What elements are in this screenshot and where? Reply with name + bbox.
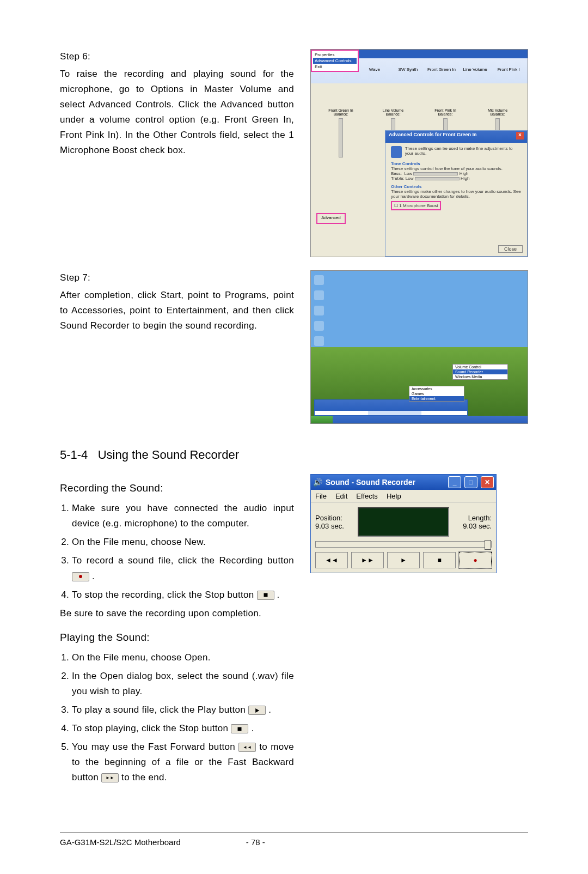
list-item: On the File menu, choose New.: [72, 535, 294, 550]
advanced-button-highlight: Advanced: [316, 213, 346, 224]
record-button: ●: [459, 552, 492, 568]
list-item: To stop the recording, click the Stop bu…: [72, 587, 294, 603]
microphone-boost-checkbox: ☐ 1 Microphone Boost: [391, 201, 441, 210]
list-item: Make sure you have connected the audio i…: [72, 501, 294, 531]
sound-recorder-text: Recording the Sound: Make sure you have …: [60, 472, 294, 788]
screenshot-master-volume: Master Volume Properties Advanced Contro…: [310, 49, 528, 257]
stop-icon: [257, 591, 274, 600]
record-icon: [72, 572, 89, 581]
list-item: To record a sound file, click the Record…: [72, 553, 294, 584]
minimize-icon: _: [448, 476, 461, 488]
fast-forward-icon: [238, 743, 256, 752]
list-item: In the Open dialog box, select the sound…: [72, 669, 294, 699]
sound-recorder-block: Recording the Sound: Make sure you have …: [60, 472, 528, 788]
maximize-icon: □: [464, 476, 477, 488]
playing-list: On the File menu, choose Open. In the Op…: [60, 650, 294, 785]
sound-recorder-window: 🔊 Sound - Sound Recorder _ □ ✕ File Edit…: [310, 474, 497, 573]
sound-recorder-screenshot: 🔊 Sound - Sound Recorder _ □ ✕ File Edit…: [310, 472, 528, 788]
close-icon: ✕: [481, 476, 494, 488]
screenshot-desktop: AccessoriesGamesEntertainment Volume Con…: [310, 270, 528, 424]
close-button: Close: [498, 245, 523, 253]
master-volume-screenshot: Master Volume Properties Advanced Contro…: [310, 49, 528, 270]
sr-buttons: ◄◄ ►► ► ■ ●: [315, 552, 492, 568]
sr-info-row: Position: 9.03 sec. Length: 9.03 sec.: [315, 507, 492, 537]
programs-submenu: AccessoriesGamesEntertainment: [409, 386, 464, 402]
list-item: On the File menu, choose Open.: [72, 650, 294, 665]
mv-options-menu: Properties Advanced Controls Exit: [311, 50, 359, 72]
waveform-display: [358, 507, 449, 537]
step6-body: To raise the recording and playing sound…: [60, 66, 294, 158]
step7-block: Step 7: After completion, click Start, p…: [60, 270, 528, 435]
taskbar: [311, 416, 528, 423]
sr-menubar: File Edit Effects Help: [311, 490, 496, 503]
footer-model: GA-G31M-S2L/S2C Motherboard: [60, 837, 181, 847]
app-icon: 🔊: [313, 478, 322, 487]
rewind-button: ◄◄: [315, 552, 348, 568]
list-item: You may use the Fast Forward button to m…: [72, 739, 294, 785]
stop-button: ■: [423, 552, 456, 568]
advanced-controls-dialog: Advanced Controls for Front Green In× Th…: [385, 130, 528, 257]
play-button: ►: [387, 552, 420, 568]
entertainment-submenu: Volume ControlSound RecorderWindows Medi…: [452, 364, 508, 380]
step7-text: Step 7: After completion, click Start, p…: [60, 270, 294, 435]
recording-note: Be sure to save the recording upon compl…: [60, 606, 294, 621]
footer-page: - 78 -: [246, 837, 265, 847]
step7-label: Step 7:: [60, 270, 294, 286]
forward-button: ►►: [351, 552, 384, 568]
step6-label: Step 6:: [60, 49, 294, 64]
info-icon: [391, 146, 402, 158]
section-heading: 5-1-4 Using the Sound Recorder: [60, 448, 528, 462]
play-icon: [248, 706, 266, 715]
seek-slider: [315, 541, 492, 548]
sr-titlebar: 🔊 Sound - Sound Recorder _ □ ✕: [311, 475, 496, 490]
page-footer: GA-G31M-S2L/S2C Motherboard - 78 -: [60, 833, 528, 847]
start-button: [311, 416, 333, 423]
step6-block: Step 6: To raise the recording and playi…: [60, 49, 528, 270]
start-menu-screenshot: AccessoriesGamesEntertainment Volume Con…: [310, 270, 528, 435]
step6-text: Step 6: To raise the recording and playi…: [60, 49, 294, 270]
list-item: To stop playing, click the Stop button .: [72, 721, 294, 736]
fast-backward-icon: [101, 773, 119, 782]
start-menu: [314, 399, 468, 416]
stop-icon: [231, 724, 248, 733]
desktop-icons: [314, 275, 324, 346]
mv-columns: Wave SW Synth Front Green In Line Volume…: [358, 67, 525, 72]
recording-heading: Recording the Sound:: [60, 480, 294, 496]
playing-heading: Playing the Sound:: [60, 629, 294, 646]
close-icon: ×: [516, 132, 524, 139]
list-item: To play a sound file, click the Play but…: [72, 702, 294, 718]
recording-list: Make sure you have connected the audio i…: [60, 501, 294, 602]
step7-body: After completion, click Start, point to …: [60, 288, 294, 333]
